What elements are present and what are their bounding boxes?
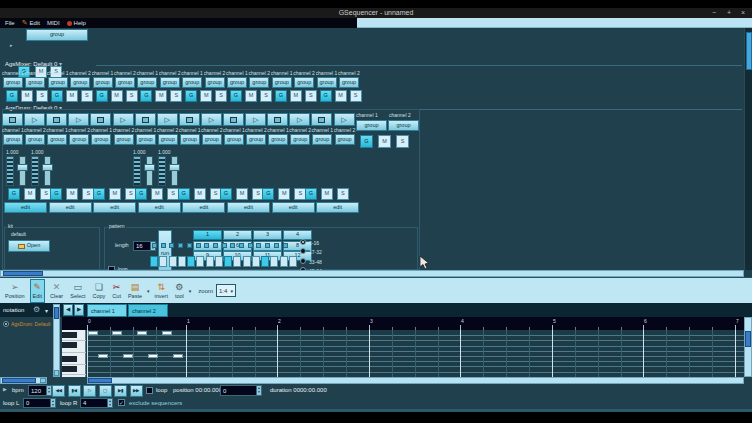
mixer-group-button[interactable]: group (70, 77, 90, 88)
mixer-group-button[interactable]: group (93, 77, 113, 88)
mixer-group-button[interactable]: group (182, 77, 202, 88)
tab-channel-1[interactable]: channel 1 (87, 304, 127, 317)
fader-handle-icon[interactable] (42, 164, 53, 171)
drum-group-button[interactable]: group (114, 134, 134, 145)
drum-open-button[interactable] (267, 113, 288, 126)
mixer-group-button[interactable]: group (160, 77, 180, 88)
maximize-button[interactable]: + (727, 8, 731, 18)
drum-play-button[interactable]: ▷ (68, 113, 89, 126)
mixer-g-button[interactable]: G (51, 90, 63, 102)
mixer-group-button[interactable]: group (137, 77, 157, 88)
pattern-step-5[interactable] (187, 256, 195, 267)
drum-m-button[interactable]: M (321, 188, 333, 200)
pattern-step-11[interactable] (243, 256, 251, 267)
mixer-s-button[interactable]: S (260, 90, 272, 102)
drum-m-button[interactable]: M (278, 188, 290, 200)
drum-out-m-button[interactable]: M (378, 135, 391, 148)
zoom-combobox[interactable]: 1:4▾ (216, 284, 236, 297)
loop-checkbox[interactable] (146, 387, 153, 394)
pattern-index-3[interactable]: 3 (253, 230, 282, 240)
mixer-group-button[interactable]: group (339, 77, 359, 88)
drum-group-button[interactable]: group (335, 134, 355, 145)
note[interactable] (137, 331, 147, 335)
chevron-down-icon[interactable]: ▾ (45, 307, 48, 314)
mixer-m-button[interactable]: M (200, 90, 212, 102)
drum-g-button[interactable]: G (178, 188, 190, 200)
black-key[interactable] (62, 332, 77, 338)
mixer-m-button[interactable]: M (335, 90, 347, 102)
mixer-s-button[interactable]: S (81, 90, 93, 102)
mixer-group-button[interactable]: group (272, 77, 292, 88)
mixer-s-button[interactable]: S (126, 90, 138, 102)
mixer-group-button[interactable]: group (317, 77, 337, 88)
drum-group-button[interactable]: group (47, 134, 67, 145)
notation-vscroll-thumb[interactable] (54, 307, 59, 319)
drum-m-button[interactable]: M (236, 188, 248, 200)
drum-m-button[interactable]: M (109, 188, 121, 200)
pattern-step-16[interactable] (289, 256, 297, 267)
pattern-step-2[interactable] (159, 256, 167, 267)
fader-track[interactable] (19, 156, 26, 186)
drum-g-button[interactable]: G (93, 188, 105, 200)
pattern-step-7[interactable] (206, 256, 214, 267)
pattern-step-3[interactable] (169, 256, 177, 267)
machines-vscrollbar[interactable] (744, 28, 752, 270)
note[interactable] (98, 354, 108, 358)
pattern-step-13[interactable] (261, 256, 269, 267)
pattern-step-6[interactable] (196, 256, 204, 267)
drum-edit-button[interactable]: edit (4, 202, 47, 213)
mixer-group-button[interactable]: group (48, 77, 68, 88)
mixer-m-button[interactable]: M (245, 90, 257, 102)
drum-play-button[interactable]: ▷ (24, 113, 45, 126)
drum-edit-button[interactable]: edit (316, 202, 359, 213)
note[interactable] (112, 331, 122, 335)
fader-handle-icon[interactable] (169, 164, 180, 171)
mixer-group-button[interactable]: group (249, 77, 269, 88)
offset-radio-1-16[interactable] (300, 239, 306, 245)
pattern-index-4[interactable]: 4 (283, 230, 312, 240)
position-button[interactable]: ➢Position (3, 279, 27, 303)
drum-group-button[interactable]: group (180, 134, 200, 145)
loop-right-spinbox[interactable]: 4 ▲▼ (80, 398, 113, 408)
mixer-m-button[interactable]: M (155, 90, 167, 102)
drum-edit-button[interactable]: edit (272, 202, 315, 213)
exclude-sequencers-checkbox[interactable] (118, 399, 125, 406)
fader-track[interactable] (171, 156, 178, 186)
drum-open-button[interactable] (90, 113, 111, 126)
open-button[interactable]: Open (8, 240, 50, 252)
list-hscrollbar[interactable] (0, 377, 47, 384)
rewind-button[interactable]: ◀◀ (52, 385, 65, 397)
note[interactable] (173, 354, 183, 358)
note-grid[interactable] (87, 330, 744, 377)
minimize-button[interactable]: − (712, 8, 716, 18)
stop-button[interactable]: ▢ (99, 385, 112, 397)
drum-edit-button[interactable]: edit (138, 202, 181, 213)
spin-arrows-icon[interactable]: ▲▼ (50, 399, 55, 407)
drum-group-button[interactable]: group (3, 134, 23, 145)
pattern-index-1[interactable]: 1 (193, 230, 222, 240)
pattern-step-15[interactable] (280, 256, 288, 267)
drum-g-button[interactable]: G (8, 188, 20, 200)
drum-m-button[interactable]: M (194, 188, 206, 200)
black-key[interactable] (62, 356, 77, 362)
pattern-step-14[interactable] (270, 256, 278, 267)
drum-out-g-button[interactable]: G (360, 135, 373, 148)
machines-vscroll-thumb[interactable] (746, 32, 752, 70)
copy-button[interactable]: ❏Copy (91, 279, 108, 303)
drum-group-button[interactable]: group (136, 134, 156, 145)
pattern-step-8[interactable] (215, 256, 223, 267)
position-spinbox[interactable]: 0 ▲▼ (220, 385, 262, 396)
grid-vscrollbar[interactable] (744, 317, 752, 377)
drum-edit-button[interactable]: edit (93, 202, 136, 213)
next-button[interactable]: ▶▮ (114, 385, 127, 397)
drum-g-button[interactable]: G (50, 188, 62, 200)
mixer-g-button[interactable]: G (96, 90, 108, 102)
piano-keys[interactable] (62, 330, 86, 377)
drum-group-button[interactable]: group (312, 134, 332, 145)
play-button[interactable]: ▷ (83, 385, 96, 397)
mixer-m-button[interactable]: M (290, 90, 302, 102)
drum-g-button[interactable]: G (135, 188, 147, 200)
mixer-m-button[interactable]: M (66, 90, 78, 102)
notation-selector-label[interactable]: notation (3, 307, 24, 313)
drum-group-button[interactable]: group (25, 134, 45, 145)
